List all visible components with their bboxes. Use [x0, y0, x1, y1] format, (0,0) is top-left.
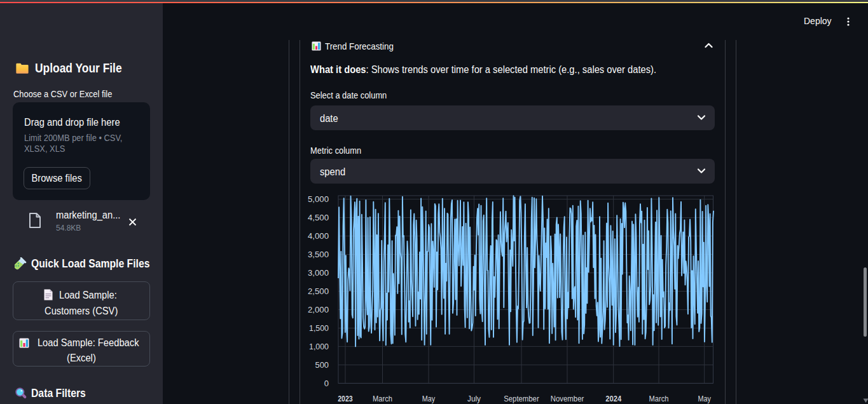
svg-text:November: November: [551, 394, 584, 403]
svg-text:4,000: 4,000: [308, 231, 329, 241]
svg-text:March: March: [649, 394, 669, 403]
svg-text:4,500: 4,500: [308, 213, 329, 222]
svg-text:2,500: 2,500: [308, 286, 329, 296]
svg-text:2,000: 2,000: [308, 305, 329, 314]
svg-text:May: May: [422, 394, 436, 403]
svg-text:May: May: [698, 394, 712, 403]
svg-text:September: September: [504, 394, 539, 403]
svg-text:July: July: [467, 394, 481, 403]
svg-text:0: 0: [324, 379, 329, 388]
svg-text:3,500: 3,500: [308, 250, 329, 259]
svg-text:5,000: 5,000: [308, 194, 329, 204]
svg-text:500: 500: [315, 360, 329, 370]
svg-text:2023: 2023: [338, 394, 353, 403]
svg-text:1,500: 1,500: [309, 323, 329, 333]
svg-text:2024: 2024: [605, 394, 622, 403]
svg-text:1,000: 1,000: [309, 342, 329, 351]
svg-text:March: March: [373, 394, 392, 403]
svg-text:3,000: 3,000: [308, 268, 329, 278]
